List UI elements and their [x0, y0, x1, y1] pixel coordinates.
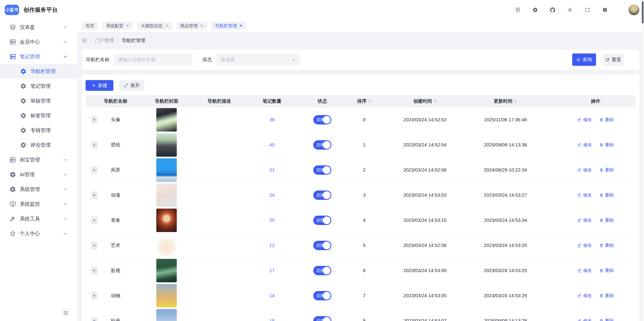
- search-button[interactable]: 查询: [572, 53, 596, 66]
- tab-大模型信息[interactable]: 大模型信息✕: [137, 22, 172, 30]
- sidebar-collapse-button[interactable]: [62, 309, 70, 317]
- status-toggle[interactable]: 启用: [313, 191, 332, 200]
- sidebar-subitem-标签管理[interactable]: 标签管理: [0, 108, 77, 123]
- delete-button[interactable]: 删除: [599, 117, 614, 123]
- tab-商品管理[interactable]: 商品管理✕: [176, 22, 207, 30]
- status-toggle[interactable]: 启用: [313, 165, 332, 175]
- sort-arrows-icon[interactable]: [514, 99, 517, 103]
- status-toggle[interactable]: 启用: [313, 316, 332, 321]
- expand-row-button[interactable]: +: [91, 141, 98, 149]
- note-count-link[interactable]: 45: [269, 142, 274, 148]
- status-toggle[interactable]: 启用: [313, 140, 332, 150]
- settings-button[interactable]: [600, 5, 610, 15]
- sidebar-item-个人中心[interactable]: 个人中心: [0, 226, 77, 241]
- note-count-link[interactable]: 20: [269, 218, 274, 223]
- create-button[interactable]: 新建: [86, 80, 113, 91]
- delete-button[interactable]: 删除: [599, 268, 614, 274]
- expand-row-button[interactable]: +: [91, 267, 98, 275]
- note-count-link[interactable]: 15: [269, 318, 274, 321]
- sidebar-item-闲宝管理[interactable]: 闲宝管理: [0, 152, 77, 167]
- status-toggle[interactable]: 启用: [313, 216, 332, 225]
- delete-button[interactable]: 删除: [599, 242, 614, 248]
- tab-导航栏管理[interactable]: 导航栏管理✕: [211, 22, 246, 30]
- column-header-更新时间[interactable]: 更新时间: [456, 98, 556, 104]
- column-header-排序[interactable]: 排序: [334, 98, 394, 104]
- sidebar-item-仪表盘[interactable]: 仪表盘: [0, 20, 77, 34]
- note-count-link[interactable]: 12: [269, 243, 274, 248]
- note-count-link[interactable]: 17: [269, 268, 274, 273]
- delete-button[interactable]: 删除: [599, 217, 614, 223]
- filter-status-value: 请选择: [221, 56, 235, 63]
- page-scrollbar-thumb[interactable]: [642, 1, 644, 23]
- note-count-link[interactable]: 24: [269, 193, 274, 198]
- tab-首页[interactable]: 首页: [82, 22, 98, 30]
- sidebar-subitem-label: 审核管理: [30, 97, 51, 104]
- theme-button[interactable]: [565, 5, 575, 15]
- sidebar-item-笔记管理[interactable]: 笔记管理: [0, 49, 77, 64]
- docs-button[interactable]: [513, 5, 522, 15]
- status-toggle[interactable]: 启用: [313, 291, 332, 301]
- sidebar-subitem-审核管理[interactable]: 审核管理: [0, 93, 77, 108]
- edit-button[interactable]: 修改: [577, 318, 592, 321]
- filter-status-select[interactable]: 请选择: [216, 53, 300, 66]
- edit-button[interactable]: 修改: [577, 217, 592, 223]
- tab-close-icon[interactable]: ✕: [200, 23, 203, 28]
- column-header-创建时间[interactable]: 创建时间: [394, 98, 456, 104]
- server-icon: [10, 156, 16, 163]
- delete-button[interactable]: 删除: [599, 167, 614, 173]
- breadcrumb-item[interactable]: 门户管理: [95, 37, 114, 44]
- expand-row-button[interactable]: +: [91, 116, 98, 124]
- sidebar-item-系统监控[interactable]: 系统监控: [0, 197, 77, 211]
- sidebar-item-AI管理[interactable]: AI管理: [0, 167, 77, 182]
- expand-all-button[interactable]: 展开: [120, 80, 144, 91]
- note-count-link[interactable]: 14: [269, 293, 274, 298]
- status-toggle[interactable]: 启用: [313, 266, 332, 275]
- expand-row-button[interactable]: +: [91, 292, 98, 300]
- filter-name-input[interactable]: [114, 53, 192, 66]
- filter-actions: 查询 重置: [565, 53, 624, 66]
- tab-close-icon[interactable]: ✕: [165, 23, 168, 28]
- edit-button[interactable]: 修改: [577, 268, 592, 274]
- edit-button[interactable]: 修改: [577, 142, 592, 148]
- sidebar-subitem-笔记管理[interactable]: 笔记管理: [0, 79, 77, 93]
- expand-row-button[interactable]: +: [91, 242, 98, 249]
- note-count-link[interactable]: 36: [269, 117, 274, 122]
- sort-arrows-icon[interactable]: [368, 99, 371, 103]
- edit-button[interactable]: 修改: [577, 117, 592, 123]
- status-toggle[interactable]: 启用: [313, 241, 332, 250]
- delete-button[interactable]: 删除: [599, 192, 614, 198]
- tab-系统配置[interactable]: 系统配置✕: [102, 22, 133, 30]
- sidebar-subitem-导航栏管理[interactable]: 导航栏管理: [0, 64, 77, 79]
- sidebar-item-系统工具[interactable]: 系统工具: [0, 211, 77, 226]
- gitee-button[interactable]: [530, 5, 540, 15]
- reset-button[interactable]: 重置: [603, 53, 624, 66]
- user-avatar[interactable]: [628, 4, 639, 15]
- delete-button[interactable]: 删除: [599, 142, 614, 148]
- tab-close-icon[interactable]: ✕: [126, 23, 129, 28]
- expand-row-button[interactable]: +: [91, 317, 98, 321]
- sidebar-subitem-专辑管理[interactable]: 专辑管理: [0, 123, 77, 138]
- sidebar-item-会员中心[interactable]: 会员中心: [0, 34, 77, 49]
- tab-close-icon[interactable]: ✕: [239, 23, 242, 28]
- edit-button[interactable]: 修改: [577, 167, 592, 173]
- delete-button[interactable]: 删除: [599, 318, 614, 321]
- delete-button[interactable]: 删除: [599, 293, 614, 299]
- expand-row-button[interactable]: +: [91, 217, 98, 224]
- sort-arrows-icon[interactable]: [434, 99, 437, 103]
- page-scrollbar[interactable]: [641, 0, 644, 321]
- sort-cell: 3: [334, 193, 394, 198]
- note-count-link[interactable]: 21: [269, 167, 274, 173]
- expand-row-button[interactable]: +: [91, 166, 98, 174]
- edit-button[interactable]: 修改: [577, 293, 592, 299]
- sidebar-subitem-评论管理[interactable]: 评论管理: [0, 138, 77, 152]
- sidebar-subitem-label: 导航栏管理: [30, 68, 56, 75]
- fullscreen-button[interactable]: [582, 5, 592, 15]
- edit-button[interactable]: 修改: [577, 192, 592, 198]
- github-button[interactable]: [548, 5, 558, 15]
- edit-button[interactable]: 修改: [577, 242, 592, 248]
- trash-icon: [599, 268, 604, 273]
- expand-row-button[interactable]: +: [91, 191, 98, 199]
- status-toggle[interactable]: 启用: [313, 115, 332, 124]
- column-header-导航栏名称: 导航栏名称: [103, 98, 128, 104]
- sidebar-item-系统管理[interactable]: 系统管理: [0, 182, 77, 197]
